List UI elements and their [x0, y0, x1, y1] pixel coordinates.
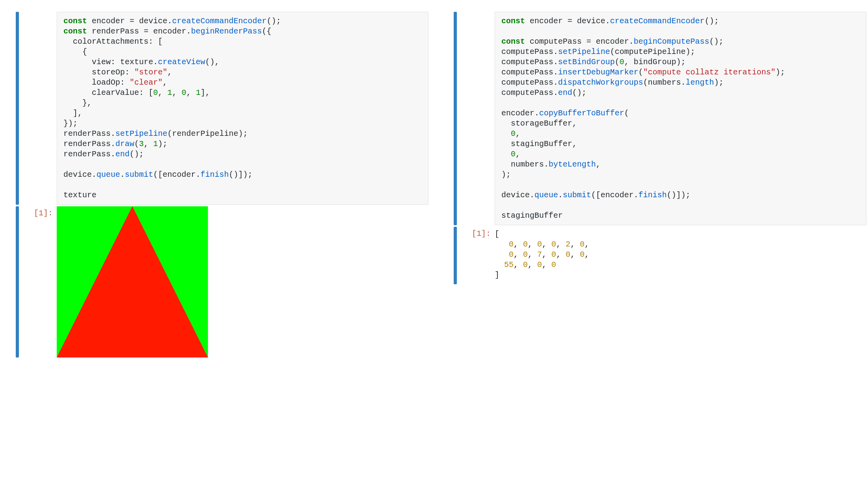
- code-editor-right[interactable]: const encoder = device.createCommandEnco…: [495, 12, 866, 225]
- buffer-output: [ 0, 0, 0, 0, 2, 0, 0, 0, 7, 0, 0, 0, 55…: [495, 227, 866, 284]
- code-content: const encoder = device.createCommandEnco…: [501, 16, 860, 221]
- output-prompt: [1]:: [457, 227, 495, 284]
- right-input-cell: [ ]: const encoder = device.createComman…: [438, 12, 866, 225]
- code-editor-left[interactable]: const encoder = device.createCommandEnco…: [57, 12, 428, 205]
- input-prompt: [ ]:: [457, 12, 495, 225]
- rendered-texture-output: [57, 206, 208, 357]
- input-prompt: [ ]:: [19, 12, 57, 205]
- left-input-cell: [ ]: const encoder = device.createComman…: [0, 12, 428, 205]
- right-column: [ ]: const encoder = device.createComman…: [438, 12, 866, 359]
- output-prompt: [1]:: [19, 206, 57, 357]
- code-content: const encoder = device.createCommandEnco…: [63, 16, 422, 200]
- right-output-cell: [1]: [ 0, 0, 0, 0, 2, 0, 0, 0, 7, 0, 0, …: [438, 227, 866, 284]
- left-column: [ ]: const encoder = device.createComman…: [0, 12, 428, 359]
- output-content: [ 0, 0, 0, 0, 2, 0, 0, 0, 7, 0, 0, 0, 55…: [495, 229, 860, 280]
- left-output-cell: [1]:: [0, 206, 428, 357]
- cell-marker-icon: [454, 12, 457, 225]
- cell-marker-icon: [454, 227, 457, 284]
- cell-marker-icon: [16, 12, 19, 205]
- cell-marker-icon: [16, 206, 19, 357]
- two-column-layout: [ ]: const encoder = device.createComman…: [0, 0, 868, 359]
